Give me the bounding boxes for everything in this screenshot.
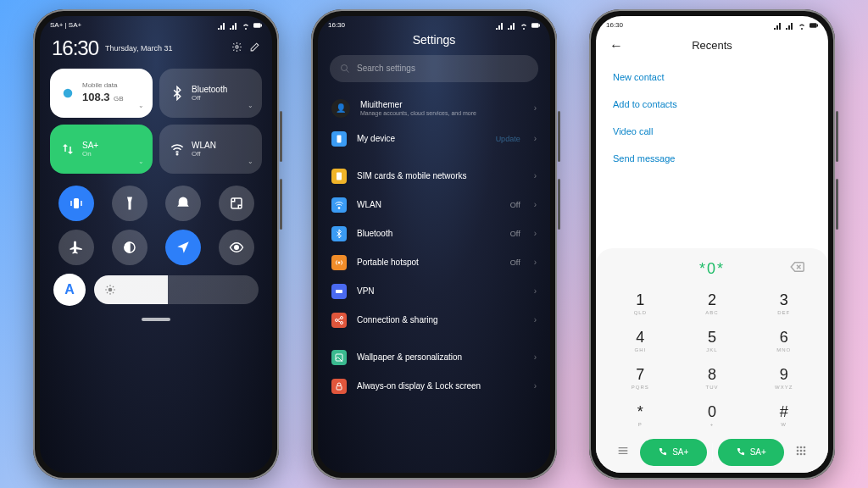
menu-send-message[interactable]: Send message [596, 145, 828, 172]
menu-add-to-contacts[interactable]: Add to contacts [596, 91, 828, 118]
drag-handle[interactable] [142, 318, 170, 321]
key-letters: ABC [676, 310, 748, 317]
account-sub: Manage accounts, cloud services, and mor… [360, 110, 524, 116]
quick-toggles [40, 174, 272, 269]
row-always-on-display-lock-screen[interactable]: Always-on display & Lock screen› [318, 372, 550, 401]
key-#[interactable]: #W [748, 396, 820, 434]
dialer-header: ← Recents [596, 31, 828, 60]
row-label: WLAN [357, 200, 500, 209]
svg-point-3 [64, 88, 73, 97]
toggle-darkmode[interactable] [112, 230, 147, 265]
key-4[interactable]: 4GHI [604, 322, 676, 359]
key-digit: * [604, 403, 676, 421]
tile-sim[interactable]: SA+ On ⌄ [50, 125, 153, 174]
svg-point-32 [800, 452, 803, 455]
key-digit: 9 [748, 366, 820, 384]
row-label: Wallpaper & personalization [357, 352, 524, 362]
status-icons [218, 21, 262, 30]
device-icon [331, 131, 347, 147]
svg-rect-1 [261, 24, 262, 26]
sim-icon [331, 169, 347, 184]
tile-sub: Off [192, 94, 227, 102]
key-0[interactable]: 0+ [676, 396, 748, 434]
row-vpn[interactable]: VPN› [318, 277, 550, 306]
key-digit: 2 [676, 291, 748, 309]
row-value: Off [510, 201, 520, 209]
row-my-device[interactable]: My device Update › [318, 125, 550, 153]
vpn-icon [331, 284, 347, 299]
row-wallpaper-personalization[interactable]: Wallpaper & personalization› [318, 343, 550, 372]
toggle-location[interactable] [165, 230, 201, 265]
menu-icon[interactable] [611, 444, 635, 461]
key-9[interactable]: 9WXYZ [748, 359, 820, 396]
chevron-right-icon: › [534, 315, 537, 324]
cc-header: 16:30 Thursday, March 31 [40, 31, 272, 69]
key-7[interactable]: 7PQRS [604, 359, 676, 396]
toggle-eye[interactable] [219, 230, 254, 265]
number-display-row: *0* [604, 257, 820, 285]
phone-control-center: SA+ | SA+ 16:30 Thursday, March 31 M [33, 9, 279, 480]
toggle-flashlight[interactable] [112, 186, 147, 221]
row-account[interactable]: 👤 Miuithemer Manage accounts, cloud serv… [318, 92, 550, 125]
menu-new-contact[interactable]: New contact [596, 64, 828, 91]
key-letters: TUV [676, 385, 748, 391]
settings-icon[interactable] [231, 41, 242, 56]
brightness-slider[interactable] [94, 275, 259, 304]
edit-icon[interactable] [249, 41, 260, 56]
chevron-right-icon: › [534, 352, 537, 362]
key-8[interactable]: 8TUV [676, 359, 748, 396]
toggle-screenshot[interactable] [219, 186, 254, 221]
tile-bluetooth[interactable]: Bluetooth Off ⌄ [159, 69, 262, 118]
key-3[interactable]: 3DEF [748, 285, 820, 322]
toggle-airplane[interactable] [58, 230, 94, 265]
chevron-down-icon: ⌄ [248, 102, 253, 109]
svg-point-26 [800, 446, 803, 448]
status-time: 16:30 [606, 21, 623, 29]
key-5[interactable]: 5JKL [676, 322, 748, 359]
row-wlan[interactable]: WLANOff› [318, 191, 550, 219]
search-input[interactable]: Search settings [330, 55, 538, 82]
key-letters: W [748, 422, 820, 429]
toggle-dnd[interactable] [165, 186, 201, 221]
call-button-sim1[interactable]: SA+ [640, 439, 707, 466]
key-6[interactable]: 6MNO [748, 322, 820, 359]
svg-point-25 [797, 446, 799, 448]
key-*[interactable]: *P [604, 396, 676, 434]
status-bar: 16:30 [318, 16, 550, 31]
svg-point-20 [341, 321, 343, 324]
toggle-vibrate[interactable] [58, 186, 94, 221]
wifi-icon [242, 21, 250, 30]
update-badge: Update [496, 135, 520, 143]
row-portable-hotspot[interactable]: Portable hotspotOff› [318, 248, 550, 277]
svg-point-18 [336, 319, 338, 321]
menu-video-call[interactable]: Video call [596, 118, 828, 145]
battery-icon [253, 21, 262, 30]
backspace-button[interactable] [789, 259, 804, 278]
svg-point-4 [176, 153, 178, 155]
row-label: VPN [357, 286, 524, 296]
divider [712, 443, 713, 462]
dialpad-toggle-icon[interactable] [789, 444, 813, 461]
svg-point-28 [797, 449, 799, 452]
phone-icon [736, 447, 745, 457]
row-connection-sharing[interactable]: Connection & sharing› [318, 306, 550, 335]
tile-wlan[interactable]: WLAN Off ⌄ [159, 125, 262, 174]
svg-rect-5 [74, 198, 79, 208]
status-bar: SA+ | SA+ [40, 16, 272, 31]
back-icon[interactable]: ← [609, 38, 623, 53]
context-menu: New contactAdd to contactsVideo callSend… [596, 60, 828, 175]
row-sim-cards-mobile-networks[interactable]: SIM cards & mobile networks› [318, 162, 550, 191]
call-button-sim2[interactable]: SA+ [718, 439, 785, 466]
signal-icon [230, 21, 238, 30]
key-digit: 0 [676, 403, 748, 421]
chevron-down-icon: ⌄ [248, 158, 253, 165]
dialpad: *0* 1QLD2ABC3DEF4GHI5JKL6MNO7PQRS8TUV9WX… [596, 248, 828, 473]
key-1[interactable]: 1QLD [604, 285, 676, 322]
row-label: My device [357, 134, 486, 143]
svg-point-29 [800, 449, 803, 452]
bt-icon [331, 226, 347, 241]
key-2[interactable]: 2ABC [676, 285, 748, 322]
toggle-auto-brightness[interactable]: A [53, 274, 86, 306]
tile-mobile-data[interactable]: Mobile data 108.3 GB ⌄ [50, 69, 153, 118]
row-bluetooth[interactable]: BluetoothOff› [318, 219, 550, 248]
